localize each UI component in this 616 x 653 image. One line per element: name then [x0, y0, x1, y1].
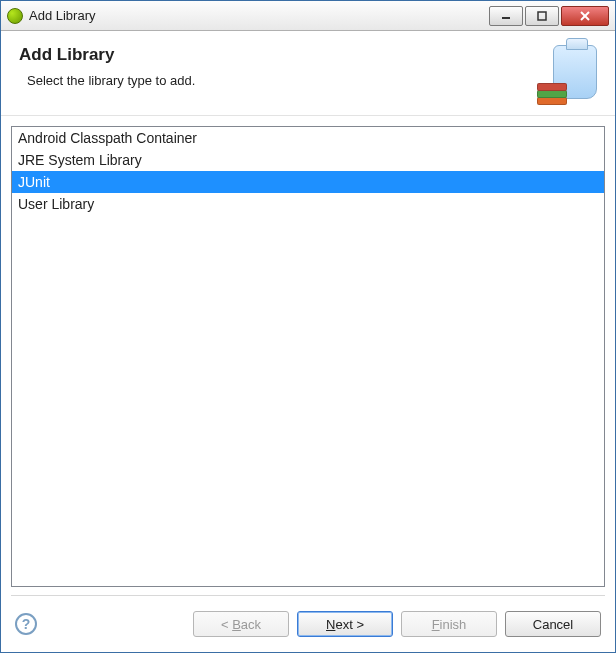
list-item[interactable]: JUnit — [12, 171, 604, 193]
maximize-button[interactable] — [525, 6, 559, 26]
list-item[interactable]: User Library — [12, 193, 604, 215]
page-subtitle: Select the library type to add. — [27, 73, 537, 88]
close-icon — [579, 11, 591, 21]
cancel-button[interactable]: Cancel — [505, 611, 601, 637]
window-buttons — [489, 6, 609, 26]
header-banner: Add Library Select the library type to a… — [1, 31, 615, 116]
app-icon — [7, 8, 23, 24]
window-title: Add Library — [29, 8, 489, 23]
next-button[interactable]: Next > — [297, 611, 393, 637]
content-area: Android Classpath ContainerJRE System Li… — [1, 116, 615, 595]
library-icon — [537, 45, 597, 105]
titlebar[interactable]: Add Library — [1, 1, 615, 31]
help-icon: ? — [22, 616, 31, 632]
list-item[interactable]: JRE System Library — [12, 149, 604, 171]
header-text: Add Library Select the library type to a… — [19, 45, 537, 92]
dialog-window: Add Library Add Library Select the libra… — [0, 0, 616, 653]
close-button[interactable] — [561, 6, 609, 26]
back-button: < Back — [193, 611, 289, 637]
footer: ? < Back Next > Finish Cancel — [1, 596, 615, 652]
list-item[interactable]: Android Classpath Container — [12, 127, 604, 149]
finish-button: Finish — [401, 611, 497, 637]
svg-rect-1 — [538, 12, 546, 20]
library-type-list[interactable]: Android Classpath ContainerJRE System Li… — [11, 126, 605, 587]
minimize-icon — [501, 11, 511, 21]
minimize-button[interactable] — [489, 6, 523, 26]
maximize-icon — [537, 11, 547, 21]
help-button[interactable]: ? — [15, 613, 37, 635]
page-title: Add Library — [19, 45, 537, 65]
